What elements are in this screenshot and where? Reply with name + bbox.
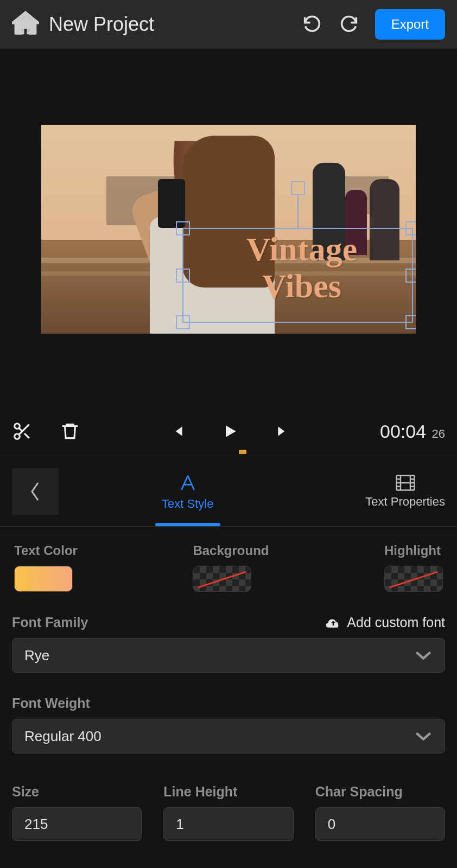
font-weight-label: Font Weight (12, 695, 90, 711)
background-label: Background (193, 543, 269, 558)
background-color-group: Background (193, 543, 269, 592)
redo-icon[interactable] (338, 14, 360, 35)
resize-handle-mr[interactable] (405, 269, 416, 283)
play-icon[interactable] (221, 422, 239, 441)
playback-group (170, 422, 290, 441)
char-spacing-value: 0 (328, 816, 335, 833)
video-preview[interactable]: Vintage Vibes (41, 125, 416, 334)
svg-point-1 (15, 434, 20, 439)
undo-icon[interactable] (301, 14, 323, 35)
line-height-col: Line Height 1 (163, 784, 293, 841)
cut-icon[interactable] (12, 421, 33, 442)
highlight-color-group: Highlight (384, 543, 443, 592)
char-spacing-input[interactable]: 0 (315, 807, 445, 841)
font-family-label: Font Family (12, 615, 88, 630)
prev-frame-icon[interactable] (170, 423, 185, 439)
text-color-swatch[interactable] (14, 566, 73, 592)
text-style-panel: Text Color Background Highlight Font Fam… (12, 527, 445, 841)
tab-underline (155, 523, 220, 526)
rotation-line (297, 195, 299, 229)
video-preview-area: Vintage Vibes (12, 49, 445, 334)
font-family-row: Font Family Add custom font Rye (12, 615, 445, 673)
home-icon[interactable] (12, 11, 39, 38)
resize-handle-bl[interactable] (176, 315, 190, 329)
export-button[interactable]: Export (375, 9, 445, 40)
trash-icon[interactable] (60, 421, 80, 442)
tab-label: Text Properties (365, 495, 445, 509)
text-selection-box[interactable] (182, 228, 413, 323)
tab-text-style[interactable]: Text Style (162, 472, 213, 511)
size-col: Size 215 (12, 784, 142, 841)
app-root: New Project Export Vintage Vibes (0, 0, 457, 868)
numeric-row: Size 215 Line Height 1 Char Spacing 0 (12, 784, 445, 841)
text-color-group: Text Color (14, 543, 78, 592)
resize-handle-ml[interactable] (176, 269, 190, 283)
size-label: Size (12, 784, 142, 800)
app-header: New Project Export (0, 0, 457, 49)
film-icon (396, 474, 415, 492)
add-custom-font-button[interactable]: Add custom font (325, 615, 445, 630)
timeline-marker[interactable] (0, 452, 457, 456)
current-time: 00:04 (380, 421, 426, 442)
resize-handle-tr[interactable] (405, 221, 416, 235)
next-frame-icon[interactable] (276, 423, 290, 439)
rotation-handle[interactable] (291, 181, 305, 195)
char-spacing-label: Char Spacing (315, 784, 445, 800)
highlight-swatch[interactable] (384, 566, 443, 592)
font-family-value: Rye (24, 647, 414, 664)
size-value: 215 (24, 816, 48, 833)
time-display: 00:04 26 (380, 421, 445, 442)
background-swatch[interactable] (193, 566, 251, 592)
upload-cloud-icon (325, 616, 341, 630)
font-family-select[interactable]: Rye (12, 638, 445, 673)
line-height-label: Line Height (163, 784, 293, 800)
playback-controls: 00:04 26 (12, 415, 445, 448)
tab-label: Text Style (162, 497, 213, 511)
chevron-down-icon (414, 649, 433, 661)
font-weight-select[interactable]: Regular 400 (12, 719, 445, 754)
resize-handle-br[interactable] (405, 315, 416, 329)
text-style-icon (177, 472, 199, 494)
text-color-label: Text Color (14, 543, 78, 558)
size-input[interactable]: 215 (12, 807, 142, 841)
svg-point-0 (15, 424, 20, 429)
highlight-label: Highlight (384, 543, 443, 558)
editor-tabs: Text Style Text Properties (0, 456, 457, 527)
resize-handle-tl[interactable] (176, 221, 190, 235)
project-title[interactable]: New Project (49, 13, 301, 36)
line-height-value: 1 (176, 816, 183, 833)
back-button[interactable] (12, 468, 59, 515)
tab-text-properties[interactable]: Text Properties (365, 474, 445, 509)
font-weight-row: Font Weight Regular 400 (12, 695, 445, 754)
add-custom-font-label: Add custom font (347, 615, 445, 630)
color-row: Text Color Background Highlight (12, 543, 445, 592)
chevron-left-icon (29, 481, 42, 502)
current-frames: 26 (432, 427, 445, 441)
line-height-input[interactable]: 1 (163, 807, 293, 841)
chevron-down-icon (414, 730, 433, 742)
char-spacing-col: Char Spacing 0 (315, 784, 445, 841)
font-weight-value: Regular 400 (24, 728, 414, 745)
